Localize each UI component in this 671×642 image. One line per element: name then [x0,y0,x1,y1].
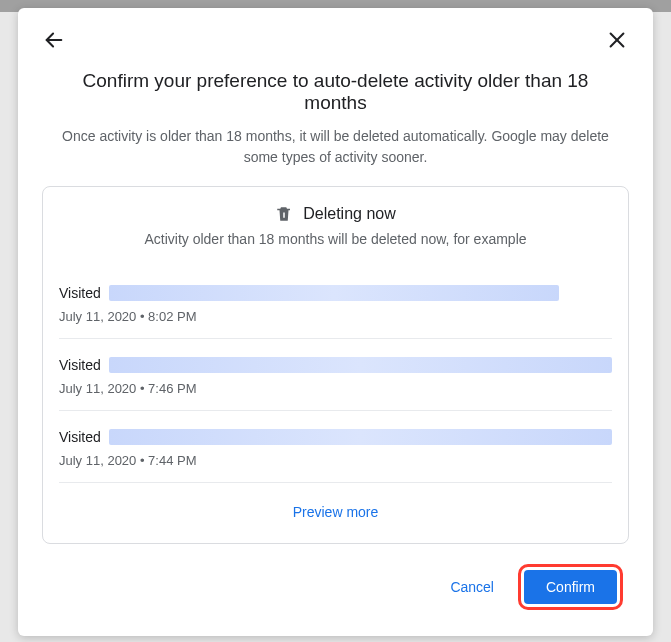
cancel-button[interactable]: Cancel [434,570,510,604]
highlight-annotation: Confirm [518,564,623,610]
preview-card: Deleting now Activity older than 18 mont… [42,186,629,544]
preview-more-link[interactable]: Preview more [293,504,379,520]
close-icon [606,29,628,51]
activity-item: Visited July 11, 2020 • 7:44 PM [59,411,612,483]
activity-timestamp: July 11, 2020 • 8:02 PM [59,309,612,324]
card-header: Deleting now Activity older than 18 mont… [43,187,628,267]
redacted-content [109,285,559,301]
dialog-header [18,8,653,60]
preview-more-row: Preview more [43,483,628,543]
activity-action: Visited [59,357,101,373]
activity-list: Visited July 11, 2020 • 8:02 PM Visited … [43,267,628,483]
dialog-actions: Cancel Confirm [18,544,653,628]
svg-rect-3 [284,213,286,218]
activity-timestamp: July 11, 2020 • 7:46 PM [59,381,612,396]
redacted-content [109,357,612,373]
confirm-button[interactable]: Confirm [524,570,617,604]
activity-timestamp: July 11, 2020 • 7:44 PM [59,453,612,468]
activity-item: Visited July 11, 2020 • 8:02 PM [59,267,612,339]
back-button[interactable] [42,28,66,52]
confirm-dialog: Confirm your preference to auto-delete a… [18,8,653,636]
redacted-content [109,429,612,445]
deleting-now-sub: Activity older than 18 months will be de… [59,231,612,247]
activity-action: Visited [59,429,101,445]
dialog-title: Confirm your preference to auto-delete a… [18,60,653,126]
activity-action: Visited [59,285,101,301]
dialog-subtitle: Once activity is older than 18 months, i… [18,126,653,186]
trash-icon [275,205,293,223]
deleting-now-label: Deleting now [303,205,396,223]
close-button[interactable] [605,28,629,52]
activity-item: Visited July 11, 2020 • 7:46 PM [59,339,612,411]
arrow-back-icon [43,29,65,51]
